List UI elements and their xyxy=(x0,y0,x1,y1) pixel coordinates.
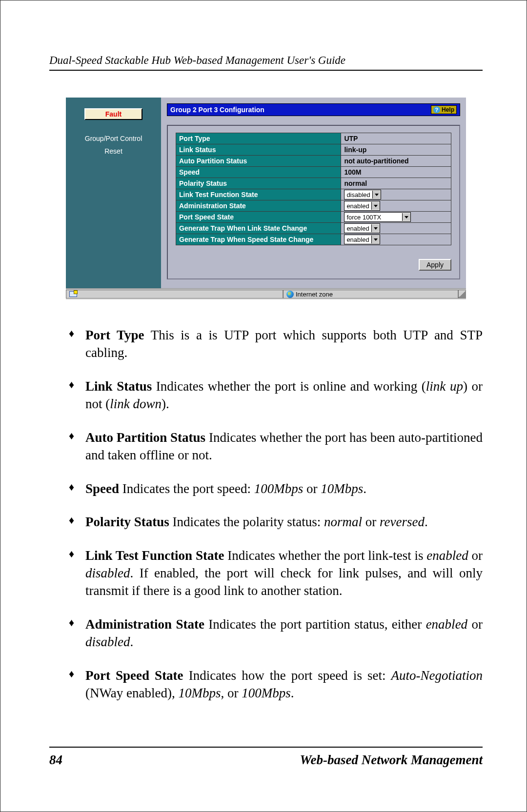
config-row: Auto Partition Statusnot auto-partitione… xyxy=(176,156,451,167)
config-select[interactable]: enabled xyxy=(344,235,380,244)
italic-term: 100Mbps xyxy=(242,686,291,700)
definition-item: Auto Partition Status Indicates whether … xyxy=(69,429,483,464)
running-footer: 84 Web-based Network Management xyxy=(49,747,483,768)
italic-term: disabled xyxy=(85,566,130,580)
config-row: Speed100M xyxy=(176,167,451,178)
config-row-value: enabled xyxy=(341,200,451,212)
italic-term: link down xyxy=(110,396,162,411)
config-row-label: Link Status xyxy=(176,144,341,156)
body-content: Port Type This is a is UTP port which su… xyxy=(49,326,483,702)
definition-item: Administration State Indicates the port … xyxy=(69,615,483,651)
chevron-down-icon[interactable] xyxy=(371,236,380,243)
config-select-value: enabled xyxy=(345,236,371,243)
config-row: Port TypeUTP xyxy=(176,133,451,144)
titlebar: Group 2 Port 3 Configuration ? Help xyxy=(167,103,460,116)
page: Dual-Speed Stackable Hub Web-based Manag… xyxy=(0,0,527,812)
sidebar-item-group-port-control[interactable]: Group/Port Control xyxy=(66,135,161,142)
definition-term: Link Status xyxy=(85,379,152,394)
chevron-down-icon[interactable] xyxy=(371,202,380,210)
config-row-value: enabled xyxy=(341,223,451,234)
fault-button[interactable]: Fault xyxy=(84,108,142,120)
config-row: Link Statuslink-up xyxy=(176,144,451,156)
config-row: Link Test Function Statedisabled xyxy=(176,189,451,200)
config-row: Generate Trap When Speed State Changeena… xyxy=(176,234,451,245)
italic-term: reversed xyxy=(380,515,425,529)
config-select[interactable]: enabled xyxy=(344,201,380,211)
definition-term: Polarity Status xyxy=(85,515,169,529)
italic-term: link up xyxy=(426,379,463,394)
config-select-value: force 100TX xyxy=(345,214,402,221)
main-area: Group 2 Port 3 Configuration ? Help Port… xyxy=(161,98,466,288)
chevron-down-icon[interactable] xyxy=(402,213,410,221)
config-panel: Port TypeUTPLink Statuslink-upAuto Parti… xyxy=(167,125,460,279)
definition-term: Port Type xyxy=(85,328,144,342)
config-row-label: Speed xyxy=(176,167,341,178)
italic-term: disabled xyxy=(85,634,130,649)
italic-term: 10Mbps xyxy=(321,481,363,496)
sidebar-item-reset[interactable]: Reset xyxy=(66,147,161,155)
definition-term: Port Speed State xyxy=(85,668,183,683)
config-select[interactable]: force 100TX xyxy=(344,212,411,222)
globe-icon xyxy=(286,291,294,298)
definition-term: Link Test Function State xyxy=(85,548,224,563)
status-left xyxy=(66,290,283,298)
definition-item: Link Test Function State Indicates wheth… xyxy=(69,547,483,600)
config-row-label: Port Type xyxy=(176,133,341,144)
apply-row: Apply xyxy=(176,259,451,271)
italic-term: Auto-Negotiation xyxy=(391,668,483,683)
italic-term: enabled xyxy=(426,548,468,563)
help-button[interactable]: ? Help xyxy=(431,105,457,114)
config-row-label: Generate Trap When Speed State Change xyxy=(176,234,341,245)
config-row-value: link-up xyxy=(341,144,451,156)
titlebar-title: Group 2 Port 3 Configuration xyxy=(170,106,264,114)
definition-term: Auto Partition Status xyxy=(85,430,205,445)
config-select[interactable]: disabled xyxy=(344,190,381,199)
config-row: Generate Trap When Link State Changeenab… xyxy=(176,223,451,234)
app-window: Fault Group/Port Control Reset Group 2 P… xyxy=(66,98,466,299)
config-tbody: Port TypeUTPLink Statuslink-upAuto Parti… xyxy=(176,133,451,245)
apply-button[interactable]: Apply xyxy=(419,259,451,271)
config-row-value: disabled xyxy=(341,189,451,200)
definition-item: Port Speed State Indicates how the port … xyxy=(69,667,483,702)
config-row-label: Generate Trap When Link State Change xyxy=(176,223,341,234)
config-row: Port Speed Stateforce 100TX xyxy=(176,212,451,223)
config-select-value: enabled xyxy=(345,202,371,210)
config-table: Port TypeUTPLink Statuslink-upAuto Parti… xyxy=(176,133,451,245)
definition-list: Port Type This is a is UTP port which su… xyxy=(49,326,483,702)
footer-chapter: Web-based Network Management xyxy=(300,753,483,768)
config-row-label: Link Test Function State xyxy=(176,189,341,200)
statusbar: Internet zone xyxy=(66,288,466,299)
config-select-value: enabled xyxy=(345,225,371,232)
config-row-value: not auto-partitioned xyxy=(341,156,451,167)
definition-item: Speed Indicates the port speed: 100Mbps … xyxy=(69,480,483,497)
sidebar: Fault Group/Port Control Reset xyxy=(66,98,161,288)
chevron-down-icon[interactable] xyxy=(371,224,380,232)
app-body: Fault Group/Port Control Reset Group 2 P… xyxy=(66,98,466,288)
italic-term: enabled xyxy=(426,617,467,632)
config-row-value: 100M xyxy=(341,167,451,178)
chevron-down-icon[interactable] xyxy=(372,191,381,198)
italic-term: normal xyxy=(324,515,362,529)
definition-item: Link Status Indicates whether the port i… xyxy=(69,377,483,413)
help-label: Help xyxy=(442,106,454,113)
definition-item: Polarity Status Indicates the polarity s… xyxy=(69,513,483,531)
config-select[interactable]: enabled xyxy=(344,223,380,233)
config-row-label: Auto Partition Status xyxy=(176,156,341,167)
help-icon: ? xyxy=(433,106,440,113)
config-row-value: enabled xyxy=(341,234,451,245)
config-row-value: force 100TX xyxy=(341,212,451,223)
config-row-label: Administration State xyxy=(176,200,341,212)
config-row: Polarity Statusnormal xyxy=(176,178,451,189)
config-select-value: disabled xyxy=(345,191,372,198)
definition-term: Speed xyxy=(85,481,119,496)
config-row-label: Port Speed State xyxy=(176,212,341,223)
definition-item: Port Type This is a is UTP port which su… xyxy=(69,326,483,362)
config-row-value: UTP xyxy=(341,133,451,144)
document-icon xyxy=(69,291,77,297)
resize-grip[interactable] xyxy=(458,290,466,298)
config-row-label: Polarity Status xyxy=(176,178,341,189)
running-header: Dual-Speed Stackable Hub Web-based Manag… xyxy=(49,54,483,71)
page-number: 84 xyxy=(49,753,62,768)
definition-term: Administration State xyxy=(85,617,204,632)
status-zone-text: Internet zone xyxy=(296,291,333,298)
